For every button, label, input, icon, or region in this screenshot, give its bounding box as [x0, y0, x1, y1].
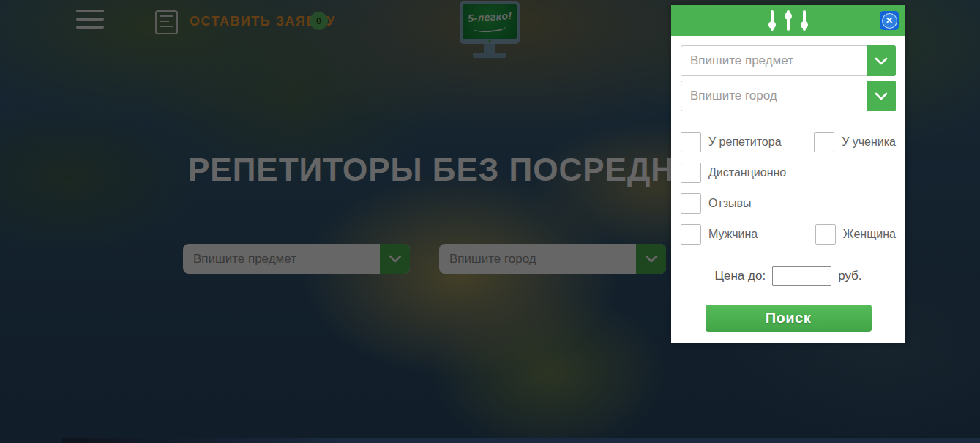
checkbox-rows: У репетитора У ученика Дистанционно [681, 132, 896, 245]
checkbox-student-place[interactable] [814, 132, 834, 152]
city-input[interactable] [681, 81, 863, 111]
price-label: Цена до: [714, 269, 766, 283]
search-button[interactable]: Поиск [706, 305, 872, 332]
checkbox-tutor-place[interactable] [681, 132, 701, 152]
checkbox-label: У ученика [842, 135, 896, 149]
filter-panel: ✕ У репетитора [671, 5, 905, 343]
subject-dropdown-button[interactable] [867, 45, 896, 76]
chevron-down-icon [875, 57, 888, 65]
checkbox-label: Отзывы [708, 197, 752, 210]
page: ОСТАВИТЬ ЗАЯВКУ 0 5-легко! РЕПЕТИТОРЫ БЕ… [0, 0, 980, 443]
checkbox-row: Мужчина Женщина [681, 224, 896, 245]
checkbox-reviews[interactable] [681, 193, 701, 214]
city-field [681, 81, 896, 111]
checkbox-group: Женщина [815, 224, 896, 245]
checkbox-group: Дистанционно [681, 163, 786, 183]
slider-bar [771, 10, 774, 31]
filter-sliders-icon [764, 10, 812, 31]
checkbox-label: У репетитора [708, 135, 782, 149]
checkbox-male[interactable] [681, 224, 701, 245]
close-icon: ✕ [882, 13, 897, 29]
slider-bar [803, 10, 806, 31]
checkbox-group: Отзывы [681, 193, 752, 214]
checkbox-group: У репетитора [681, 132, 782, 152]
checkbox-female[interactable] [815, 224, 836, 245]
filter-panel-header: ✕ [671, 5, 905, 36]
subject-field [681, 45, 896, 76]
subject-input[interactable] [681, 46, 863, 75]
slider-bar [787, 10, 790, 31]
close-button[interactable]: ✕ [880, 11, 899, 30]
city-dropdown-button[interactable] [867, 81, 896, 111]
checkbox-group: У ученика [814, 132, 896, 152]
checkbox-group: Мужчина [681, 224, 758, 245]
checkbox-label: Дистанционно [708, 166, 786, 179]
price-input[interactable] [772, 266, 831, 286]
chevron-down-icon [875, 92, 888, 100]
checkbox-label: Мужчина [708, 228, 758, 241]
checkbox-row: Дистанционно [681, 163, 896, 183]
checkbox-label: Женщина [843, 228, 896, 241]
checkbox-row: У репетитора У ученика [681, 132, 896, 152]
price-row: Цена до: руб. [681, 266, 896, 286]
currency-label: руб. [838, 269, 861, 283]
filter-panel-body: У репетитора У ученика Дистанционно [671, 45, 905, 332]
checkbox-row: Отзывы [681, 193, 896, 214]
checkbox-remote[interactable] [681, 163, 701, 183]
